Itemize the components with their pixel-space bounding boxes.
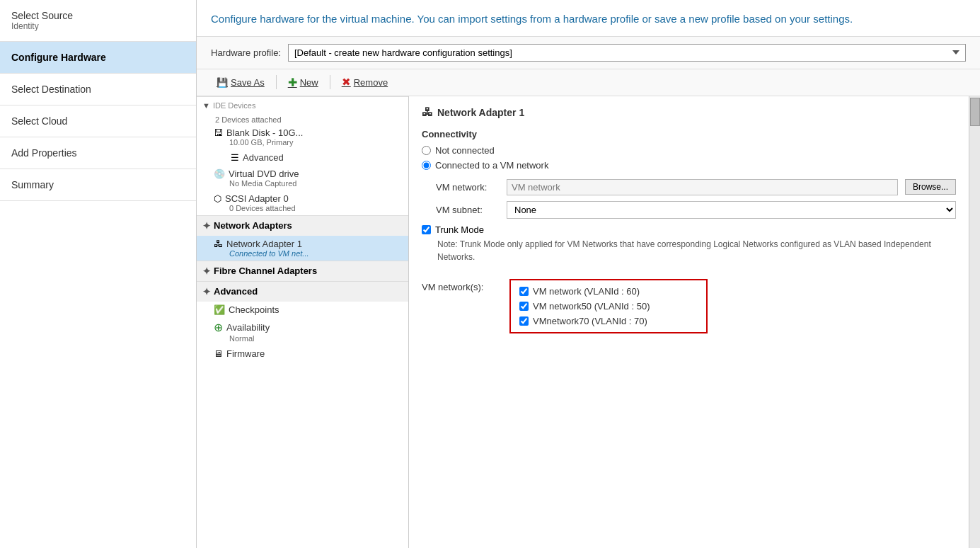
sidebar-item-label: Summary bbox=[11, 179, 185, 190]
firmware-label: Firmware bbox=[226, 348, 265, 359]
scsi-label: SCSI Adapter 0 bbox=[225, 193, 289, 204]
network-adapter1-sub: Connected to VM net... bbox=[214, 249, 403, 258]
collapse-icon: ▼ bbox=[202, 101, 210, 110]
remove-button[interactable]: ✖ Remove bbox=[336, 74, 393, 91]
trunk-mode-checkbox[interactable] bbox=[422, 225, 431, 234]
header-description: Configure hardware for the virtual machi… bbox=[211, 13, 853, 25]
trunk-mode-row: Trunk Mode bbox=[422, 224, 956, 235]
sidebar-item-summary[interactable]: Summary bbox=[0, 169, 196, 201]
connectivity-label: Connectivity bbox=[422, 129, 956, 139]
sidebar: Select Source Identity Configure Hardwar… bbox=[0, 0, 197, 548]
network-label-1: VM network50 (VLANId : 50) bbox=[533, 301, 650, 312]
blank-disk-item[interactable]: 🖫 Blank Disk - 10G... 10.00 GB, Primary bbox=[197, 125, 408, 149]
advanced-icon: ☰ bbox=[231, 152, 239, 163]
toolbar-separator-2 bbox=[330, 75, 330, 89]
toolbar-separator-1 bbox=[276, 75, 277, 89]
ide-devices-count: 2 Devices attached bbox=[202, 115, 282, 124]
vm-subnet-select[interactable]: None bbox=[507, 201, 956, 219]
vm-networks-label: VM network(s): bbox=[422, 279, 500, 292]
sidebar-item-add-properties[interactable]: Add Properties bbox=[0, 137, 196, 169]
trunk-mode-label: Trunk Mode bbox=[435, 224, 484, 235]
connected-vm-radio[interactable] bbox=[422, 161, 431, 170]
connectivity-radios: Not connected Connected to a VM network bbox=[422, 145, 956, 171]
sidebar-item-label: Add Properties bbox=[11, 147, 185, 159]
ide-devices-label: IDE Devices bbox=[213, 101, 256, 110]
fibre-channel-header[interactable]: ✦ Fibre Channel Adapters bbox=[197, 261, 408, 281]
network-label-0: VM network (VLANId : 60) bbox=[533, 286, 640, 297]
trunk-note: Note: Trunk Mode only applied for VM Net… bbox=[422, 238, 956, 263]
network-checkbox-1[interactable] bbox=[519, 302, 529, 311]
network-adapters-header[interactable]: ✦ Network Adapters bbox=[197, 215, 408, 236]
profile-row: Hardware profile: [Default - create new … bbox=[197, 37, 980, 69]
ide-devices-header[interactable]: ▼ IDE Devices bbox=[197, 96, 408, 114]
network-icon: 🖧 bbox=[214, 239, 223, 249]
network-item-0: VM network (VLANId : 60) bbox=[519, 286, 698, 297]
sidebar-item-select-source[interactable]: Select Source Identity bbox=[0, 0, 196, 42]
virtual-dvd-label: Virtual DVD drive bbox=[229, 169, 299, 179]
network-checkbox-0[interactable] bbox=[519, 287, 529, 296]
vm-networks-section: VM network(s): VM network (VLANId : 60) … bbox=[422, 279, 956, 333]
sidebar-item-label: Select Cloud bbox=[11, 115, 185, 127]
network-item-2: VMnetwork70 (VLANId : 70) bbox=[519, 316, 698, 326]
tree-panel: ▼ IDE Devices 2 Devices attached 🖫 Blank… bbox=[197, 96, 409, 549]
vm-network-input[interactable] bbox=[507, 179, 898, 195]
scrollbar-thumb[interactable] bbox=[970, 98, 980, 126]
save-as-label: Save As bbox=[231, 77, 265, 88]
star-icon-2: ✦ bbox=[202, 266, 211, 277]
firmware-icon: 🖥 bbox=[214, 348, 223, 359]
firmware-item[interactable]: 🖥 Firmware bbox=[197, 346, 408, 362]
checkpoints-label: Checkpoints bbox=[229, 304, 279, 315]
connected-vm-label: Connected to a VM network bbox=[435, 160, 548, 171]
detail-panel: 🖧 Network Adapter 1 Connectivity Not con… bbox=[409, 96, 969, 549]
scsi-icon: ⬡ bbox=[214, 193, 221, 204]
advanced-section-header[interactable]: ✦ Advanced bbox=[197, 281, 408, 302]
new-button[interactable]: ✚ New bbox=[282, 74, 324, 91]
vm-networks-list: VM network (VLANId : 60) VM network50 (V… bbox=[509, 279, 708, 333]
save-as-button[interactable]: 💾 Save As bbox=[211, 75, 270, 90]
dvd-icon: 💿 bbox=[214, 169, 225, 179]
virtual-dvd-item[interactable]: 💿 Virtual DVD drive No Media Captured bbox=[197, 166, 408, 190]
network-adapter1-item[interactable]: 🖧 Network Adapter 1 Connected to VM net.… bbox=[197, 236, 408, 261]
network-detail-icon: 🖧 bbox=[422, 106, 433, 119]
trunk-mode-section: Trunk Mode Note: Trunk Mode only applied… bbox=[422, 224, 956, 272]
remove-label: Remove bbox=[354, 77, 388, 88]
advanced-label: Advanced bbox=[243, 152, 284, 163]
checkpoints-icon: ✅ bbox=[214, 304, 225, 315]
sidebar-item-label-source: Select Source bbox=[11, 10, 185, 21]
availability-icon: ⊕ bbox=[214, 321, 223, 334]
network-item-1: VM network50 (VLANId : 50) bbox=[519, 301, 698, 312]
vm-subnet-label: VM subnet: bbox=[436, 205, 500, 215]
vm-network-row: VM network: Browse... bbox=[422, 179, 956, 195]
not-connected-radio[interactable] bbox=[422, 146, 431, 155]
scsi-item[interactable]: ⬡ SCSI Adapter 0 0 Devices attached bbox=[197, 190, 408, 215]
disk-icon: 🖫 bbox=[214, 127, 223, 138]
browse-button[interactable]: Browse... bbox=[905, 179, 956, 195]
ide-devices-count-row: 2 Devices attached bbox=[197, 114, 408, 125]
sidebar-item-select-cloud[interactable]: Select Cloud bbox=[0, 105, 196, 137]
new-icon: ✚ bbox=[288, 76, 297, 89]
hardware-profile-select[interactable]: [Default - create new hardware configura… bbox=[288, 44, 966, 62]
network-label-2: VMnetwork70 (VLANId : 70) bbox=[533, 316, 647, 326]
connected-vm-row: Connected to a VM network bbox=[422, 160, 956, 171]
network-adapters-label: Network Adapters bbox=[214, 220, 292, 231]
main-content: Configure hardware for the virtual machi… bbox=[197, 0, 980, 548]
blank-disk-label: Blank Disk - 10G... bbox=[226, 127, 303, 138]
availability-item[interactable]: ⊕ Availability Normal bbox=[197, 318, 408, 346]
advanced-item[interactable]: ☰ Advanced bbox=[197, 149, 408, 166]
sidebar-item-label: Configure Hardware bbox=[11, 52, 185, 63]
star-icon-3: ✦ bbox=[202, 286, 211, 297]
network-checkbox-2[interactable] bbox=[519, 316, 529, 326]
detail-title-text: Network Adapter 1 bbox=[437, 107, 524, 118]
sidebar-item-label: Select Destination bbox=[11, 84, 185, 95]
scsi-sub: 0 Devices attached bbox=[214, 204, 403, 212]
not-connected-label: Not connected bbox=[435, 145, 495, 156]
star-icon: ✦ bbox=[202, 220, 211, 232]
blank-disk-sub: 10.00 GB, Primary bbox=[214, 138, 403, 147]
advanced-section-label: Advanced bbox=[214, 286, 258, 297]
checkpoints-item[interactable]: ✅ Checkpoints bbox=[197, 302, 408, 318]
save-icon: 💾 bbox=[217, 77, 228, 88]
remove-icon: ✖ bbox=[342, 76, 351, 89]
scrollbar-track[interactable] bbox=[969, 96, 980, 549]
sidebar-item-configure-hardware[interactable]: Configure Hardware bbox=[0, 42, 196, 74]
sidebar-item-select-destination[interactable]: Select Destination bbox=[0, 74, 196, 105]
